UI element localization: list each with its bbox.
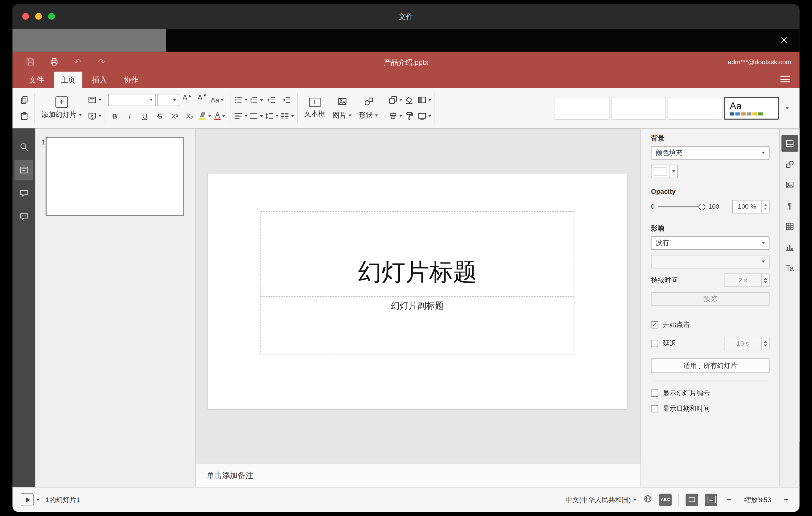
strikethrough-button[interactable]: S	[153, 109, 167, 123]
bold-button[interactable]: B	[108, 109, 121, 123]
theme-option[interactable]	[611, 96, 666, 119]
delay-input[interactable]: 10 s	[724, 337, 770, 350]
add-slide-button[interactable]: + 添加幻灯片	[38, 93, 85, 123]
clear-style-button[interactable]	[402, 93, 416, 107]
redo-icon[interactable]: ↷	[96, 56, 107, 67]
increase-indent-button[interactable]	[280, 93, 293, 107]
arrange-objects-button[interactable]	[388, 93, 402, 107]
tab-collaboration[interactable]: 协作	[117, 71, 145, 88]
close-preview-button[interactable]: ×	[776, 32, 792, 48]
start-slideshow-button[interactable]	[87, 109, 101, 123]
spin-up-icon[interactable]	[764, 204, 767, 206]
zoom-out-button[interactable]: −	[724, 494, 734, 505]
paragraph-settings-button[interactable]: ¶	[781, 198, 798, 214]
bullets-button[interactable]	[233, 93, 247, 107]
spin-down-icon[interactable]	[764, 281, 767, 283]
theme-option[interactable]	[668, 96, 723, 119]
copy-style-button[interactable]	[402, 109, 416, 123]
traffic-light-zoom[interactable]	[48, 13, 55, 20]
feedback-button[interactable]	[14, 207, 33, 227]
theme-gallery-expand-button[interactable]	[780, 93, 794, 123]
slide-layout-button[interactable]	[87, 93, 101, 107]
slide[interactable]: 幻灯片标题 幻灯片副标题	[208, 173, 627, 409]
search-button[interactable]	[14, 137, 33, 157]
font-color-button[interactable]: A	[213, 109, 227, 123]
insert-shape-button[interactable]: 形状	[355, 93, 382, 123]
save-icon[interactable]	[25, 56, 35, 67]
line-spacing-button[interactable]	[264, 109, 278, 123]
tab-file[interactable]: 文件	[22, 71, 51, 88]
notes-area[interactable]: 单击添加备注	[196, 463, 640, 487]
title-placeholder[interactable]: 幻灯片标题	[260, 211, 574, 295]
underline-button[interactable]: U	[138, 109, 151, 123]
opacity-slider-knob[interactable]	[698, 203, 705, 210]
color-scheme-button[interactable]	[417, 93, 431, 107]
background-color-select[interactable]	[651, 165, 678, 178]
zoom-in-button[interactable]: +	[781, 494, 791, 505]
slides-panel-button[interactable]	[14, 160, 33, 180]
delay-checkbox[interactable]	[651, 340, 658, 347]
slide-thumbnail[interactable]	[46, 137, 184, 216]
columns-button[interactable]	[280, 109, 294, 123]
align-objects-button[interactable]	[388, 109, 402, 123]
comments-button[interactable]	[14, 183, 33, 203]
decrease-font-size-button[interactable]: A▼	[196, 93, 209, 107]
superscript-button[interactable]: X²	[168, 109, 182, 123]
fit-to-width-button[interactable]: ↔	[705, 493, 717, 506]
vertical-align-button[interactable]	[249, 109, 263, 123]
text-art-settings-button[interactable]: Ta	[781, 260, 798, 276]
spin-down-icon[interactable]	[764, 344, 767, 346]
shape-settings-button[interactable]	[781, 156, 798, 173]
spellcheck-button[interactable]: ABC	[659, 493, 672, 506]
effect-select[interactable]: 没有	[651, 236, 770, 250]
chart-settings-button[interactable]	[781, 239, 798, 256]
theme-option-selected[interactable]: Aa	[724, 96, 779, 119]
spin-down-icon[interactable]	[764, 207, 767, 209]
font-size-select[interactable]	[157, 94, 179, 106]
slide-size-button[interactable]	[417, 109, 431, 123]
duration-input[interactable]: 2 s	[724, 274, 770, 287]
start-slideshow-status-button[interactable]	[21, 493, 34, 506]
paste-button[interactable]	[18, 109, 31, 123]
document-language-button[interactable]	[643, 494, 652, 505]
background-fill-select[interactable]: 颜色填充	[651, 146, 770, 160]
table-settings-button[interactable]	[781, 218, 798, 235]
start-on-click-checkbox[interactable]: ✓	[651, 321, 658, 329]
spinner-arrows[interactable]	[761, 201, 769, 213]
show-date-time-checkbox[interactable]	[651, 405, 658, 412]
apply-to-all-slides-button[interactable]: 适用于所有幻灯片	[651, 359, 770, 373]
language-select[interactable]: 中文(中华人民共和国)	[566, 495, 636, 504]
horizontal-align-button[interactable]	[233, 109, 247, 123]
color-dropdown-button[interactable]	[669, 165, 677, 177]
copy-button[interactable]	[18, 93, 31, 107]
decrease-indent-button[interactable]	[264, 93, 278, 107]
fit-to-slide-button[interactable]	[686, 493, 698, 506]
numbering-button[interactable]: 123	[249, 93, 263, 107]
spin-up-icon[interactable]	[764, 341, 767, 343]
opacity-input[interactable]: 100 %	[732, 200, 770, 213]
traffic-light-minimize[interactable]	[35, 13, 42, 20]
print-icon[interactable]	[49, 56, 59, 67]
increase-font-size-button[interactable]: A▲	[180, 93, 194, 107]
image-settings-button[interactable]	[781, 176, 798, 193]
opacity-slider[interactable]	[658, 203, 705, 210]
tab-home[interactable]: 主页	[54, 71, 82, 88]
text-box-button[interactable]: T 文本框	[300, 93, 328, 123]
undo-icon[interactable]: ↶	[72, 56, 83, 67]
effect-type-select[interactable]	[651, 255, 770, 268]
chevron-down-icon[interactable]	[36, 499, 39, 501]
spinner-arrows[interactable]	[761, 274, 769, 286]
subtitle-placeholder[interactable]: 幻灯片副标题	[260, 296, 574, 354]
theme-option[interactable]	[555, 96, 610, 119]
subscript-button[interactable]: X₂	[183, 109, 197, 123]
highlight-color-button[interactable]	[198, 109, 212, 123]
show-slide-number-checkbox[interactable]	[651, 390, 658, 397]
preview-button[interactable]: 预览	[651, 292, 770, 306]
traffic-light-close[interactable]	[22, 13, 29, 20]
tab-insert[interactable]: 插入	[85, 71, 114, 88]
font-name-select[interactable]	[108, 94, 155, 106]
change-case-button[interactable]: Aa	[210, 93, 224, 107]
spinner-arrows[interactable]	[761, 337, 769, 350]
account-email[interactable]: adm***@dootask.com	[728, 52, 791, 71]
slide-settings-button[interactable]	[781, 135, 798, 152]
